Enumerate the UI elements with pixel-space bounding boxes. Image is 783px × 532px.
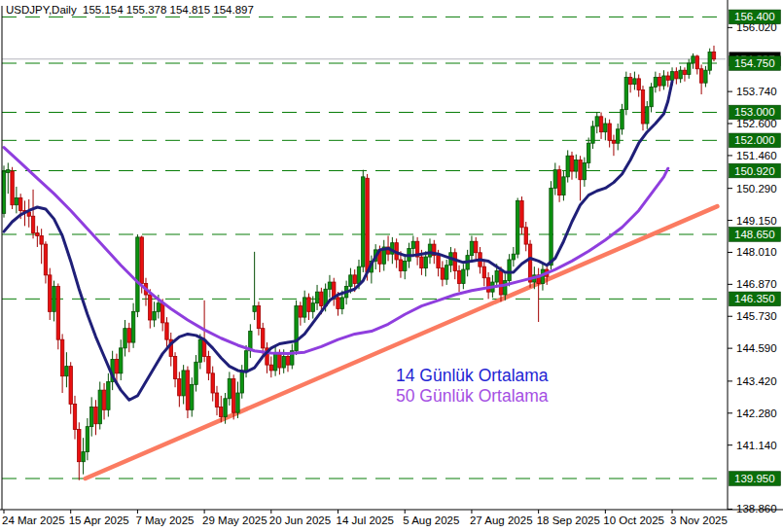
ma14-annotation-label: 14 Günlük Ortalama — [396, 366, 549, 386]
candle-bullish — [708, 52, 711, 70]
candle-bearish — [278, 354, 281, 368]
candle-bearish — [628, 77, 631, 84]
axis-label: 153.000 — [734, 106, 775, 118]
candle-bullish — [495, 271, 498, 283]
candle-bearish — [307, 298, 310, 311]
candle-bullish — [98, 390, 101, 424]
candle-bullish — [362, 177, 365, 266]
x-axis[interactable]: 24 Mar 202515 Apr 20257 May 202529 May 2… — [0, 510, 783, 526]
candle-bearish — [165, 323, 168, 339]
candle-bullish — [198, 339, 201, 362]
candle-bearish — [31, 216, 34, 232]
candle-bullish — [349, 275, 352, 287]
chart-canvas[interactable]: 156.020153.740152.600151.460150.290149.1… — [0, 0, 783, 532]
candle-bearish — [102, 390, 105, 409]
candle-bearish — [56, 286, 59, 339]
axis-label: 5 Aug 2025 — [403, 514, 459, 526]
candle-bearish — [286, 357, 289, 366]
candle-bullish — [411, 241, 414, 248]
candle-bullish — [303, 298, 305, 317]
y-axis[interactable]: 156.020153.740152.600151.460150.290149.1… — [728, 0, 783, 532]
candle-bullish — [244, 351, 247, 371]
candle-bullish — [688, 63, 691, 75]
candle-bullish — [566, 156, 569, 177]
candle-bullish — [595, 117, 598, 126]
candle-bullish — [295, 306, 298, 351]
candle-bullish — [591, 126, 594, 143]
candle-bullish — [82, 452, 85, 462]
candle-bearish — [320, 292, 323, 305]
axis-label: 148.010 — [736, 246, 777, 258]
candle-bullish — [120, 348, 123, 373]
candle-bullish — [191, 384, 194, 409]
axis-label: 138.860 — [736, 503, 777, 514]
axis-label: 156.400 — [734, 11, 775, 22]
axis-label: 150.920 — [734, 165, 775, 177]
candle-bearish — [608, 124, 611, 140]
candle-bullish — [662, 76, 665, 86]
candle-bearish — [437, 256, 440, 268]
candle-bullish — [679, 70, 682, 79]
candle-bullish — [195, 362, 197, 384]
candle-bullish — [428, 244, 431, 257]
candle-bullish — [315, 292, 318, 303]
candle-bearish — [612, 140, 615, 143]
candle-bullish — [692, 56, 694, 63]
axis-label: 141.140 — [736, 440, 777, 451]
candle-bearish — [366, 178, 369, 272]
candle-bullish — [445, 266, 447, 279]
axis-label: 142.280 — [736, 408, 777, 419]
candle-bearish — [44, 244, 47, 275]
candle-bullish — [153, 311, 156, 320]
candle-bullish — [504, 281, 507, 295]
candle-bullish — [550, 188, 552, 265]
axis-label: 154.750 — [734, 57, 775, 69]
candle-bearish — [186, 371, 189, 409]
axis-label: 151.460 — [736, 150, 777, 161]
ma50-line[interactable] — [4, 148, 668, 354]
candle-bullish — [7, 170, 10, 173]
ma14-line[interactable] — [4, 82, 672, 400]
axis-label: 146.350 — [734, 293, 775, 304]
candle-bearish — [69, 367, 72, 405]
candle-bullish — [633, 79, 636, 85]
candle-bearish — [399, 260, 402, 271]
candle-bearish — [207, 357, 210, 373]
candle-bullish — [89, 407, 92, 426]
axis-label: 153.740 — [736, 86, 777, 97]
candle-bearish — [675, 72, 678, 79]
candle-bullish — [273, 354, 276, 371]
candle-bearish — [441, 268, 444, 280]
candle-bullish — [328, 282, 331, 289]
candle-bearish — [18, 197, 21, 210]
candle-bearish — [78, 430, 81, 462]
candle-bullish — [621, 110, 623, 129]
axis-label: 144.590 — [736, 342, 777, 354]
candle-bullish — [311, 303, 314, 312]
candle-bearish — [475, 241, 478, 253]
candle-bullish — [53, 286, 55, 311]
candle-bearish — [299, 306, 302, 318]
candle-bearish — [40, 235, 43, 244]
axis-label: 152.000 — [734, 134, 775, 146]
mt4-chart-window: USDJPY,Daily 155.154 155.378 154.815 154… — [0, 0, 783, 532]
candle-bearish — [524, 228, 527, 244]
candle-bearish — [486, 278, 489, 292]
candle-bullish — [646, 107, 649, 124]
axis-label: 15 Apr 2025 — [69, 514, 129, 526]
candle-bearish — [666, 76, 669, 80]
candle-bullish — [228, 379, 231, 399]
ascending-trendline[interactable] — [86, 206, 718, 479]
candle-bullish — [470, 241, 473, 255]
candle-bearish — [641, 89, 644, 124]
candle-bearish — [482, 266, 485, 278]
candle-bullish — [282, 357, 285, 369]
axis-label: 139.950 — [734, 473, 775, 484]
candle-bearish — [420, 257, 423, 268]
candle-bearish — [337, 298, 339, 309]
candle-bearish — [457, 271, 460, 284]
candle-bullish — [157, 303, 160, 312]
axis-label: 18 Sep 2025 — [537, 514, 600, 526]
candle-bearish — [73, 405, 76, 430]
candle-bearish — [499, 271, 502, 296]
